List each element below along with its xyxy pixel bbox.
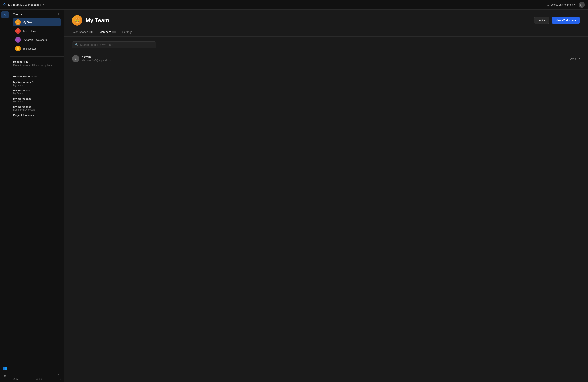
workspace-item-name-3: My Workspace <box>13 106 61 108</box>
icon-bar-team[interactable]: 👥 <box>1 364 9 372</box>
sidebar-divider-2 <box>10 71 64 71</box>
select-env-chevron-icon: ▾ <box>574 3 576 6</box>
sidebar-divider-1 <box>10 56 64 57</box>
teams-section-title: Teams <box>13 13 22 16</box>
team-item-dynamic-developers[interactable]: 🟣 Dynamic Developers <box>13 36 61 44</box>
workspace-item-1[interactable]: My Workspace 2 My Team <box>13 88 61 96</box>
member-avatar-0: S <box>72 55 79 62</box>
recent-apis-section: Recent APIs Recently opened APIs show up… <box>10 58 64 70</box>
team-avatar-my-team: 🍔 <box>15 20 21 25</box>
topbar-left: ✈ My Team/My Workspace 3 ▾ <box>3 2 44 7</box>
team-avatar-tech-doctor: 🟡 <box>15 46 21 51</box>
team-item-tech-titans[interactable]: 🔴 Tech Titans <box>13 27 61 35</box>
layers-icon: ⬡ <box>547 3 549 6</box>
team-item-tech-doctor[interactable]: 🟡 TechDoctor <box>13 44 61 53</box>
sidebar-footer: ⊙ 53 v2.8.0 « <box>10 376 64 382</box>
member-email-0: abcdsus43s6@yopmail.com <box>82 59 570 62</box>
new-workspace-button[interactable]: New Workspace <box>552 17 580 24</box>
topbar: ✈ My Team/My Workspace 3 ▾ ⬡ Select Envi… <box>0 0 588 10</box>
content-header-right: Invite New Workspace <box>534 17 580 24</box>
topbar-right: ⬡ Select Environment ▾ ◯ <box>546 2 585 8</box>
recent-workspaces-section: Recent Workspaces My Workspace 3 My Team… <box>10 73 64 376</box>
icon-bar: ⌂ ⊞ 👥 ⚙ <box>0 10 10 382</box>
content-body: 🔍 S s (You) abcdsus43s6@yopmail.com Owne… <box>64 37 588 382</box>
tab-workspaces-label: Workspaces <box>73 30 88 34</box>
workspace-item-team-1: My Team <box>13 92 61 95</box>
search-bar[interactable]: 🔍 <box>72 42 156 48</box>
member-role-0[interactable]: Owner ▾ <box>570 57 580 60</box>
sidebar: Teams + 🍔 My Team 🔴 Tech Titans 🟣 Dynami… <box>10 10 64 382</box>
member-row-0: S s (You) abcdsus43s6@yopmail.com Owner … <box>72 52 580 65</box>
recent-apis-subtitle: Recently opened APIs show up here. <box>13 64 61 67</box>
team-avatar-dynamic-developers: 🟣 <box>15 37 21 42</box>
member-role-chevron-icon: ▾ <box>579 57 580 60</box>
main-layout: ⌂ ⊞ 👥 ⚙ Teams + 🍔 My Team � <box>0 10 588 382</box>
team-avatar-tech-titans: 🔴 <box>15 28 21 34</box>
invite-button[interactable]: Invite <box>534 17 549 24</box>
teams-section-header: Teams + <box>13 12 61 16</box>
sidebar-footer-left: ⊙ 53 <box>13 378 19 381</box>
content-team-name: My Team <box>85 17 109 24</box>
scroll-down-indicator: ▼ <box>13 373 61 376</box>
content-header-left: 🍔 My Team <box>72 15 109 26</box>
teams-section: Teams + 🍔 My Team 🔴 Tech Titans 🟣 Dynami… <box>10 10 64 55</box>
workspace-item-3[interactable]: My Workspace Dynamic Developers <box>13 104 61 112</box>
active-indicator <box>0 13 0 17</box>
workspace-item-name-4: Project Pioneers <box>13 114 61 117</box>
team-icon: 👥 <box>3 366 7 370</box>
recent-workspaces-title: Recent Workspaces <box>13 75 61 78</box>
workspace-item-4[interactable]: Project Pioneers <box>13 112 61 118</box>
tab-workspaces-badge: 3 <box>89 31 93 33</box>
user-icon: ◯ <box>580 3 583 6</box>
app-logo: ✈ <box>3 2 7 7</box>
content-team-avatar: 🍔 <box>72 15 83 26</box>
topbar-title: My Team/My Workspace 3 <box>8 3 41 6</box>
team-name-tech-titans: Tech Titans <box>23 30 36 33</box>
workspace-item-team-3: Dynamic Developers <box>13 108 61 111</box>
select-env-label: Select Environment <box>550 3 573 6</box>
settings-icon: ⚙ <box>4 374 6 378</box>
icon-bar-home[interactable]: ⌂ <box>1 11 9 18</box>
member-info-0: s (You) abcdsus43s6@yopmail.com <box>82 55 570 62</box>
workspace-item-0[interactable]: My Workspace 3 My Team <box>13 80 61 88</box>
tab-settings-label: Settings <box>122 30 132 34</box>
content-header: 🍔 My Team Invite New Workspace <box>64 10 588 26</box>
main-content: 🍔 My Team Invite New Workspace Workspace… <box>64 10 588 382</box>
add-team-button[interactable]: + <box>56 12 61 16</box>
workspace-item-name-2: My Workspace <box>13 97 61 100</box>
member-name-0: s (You) <box>82 55 570 59</box>
icon-bar-settings[interactable]: ⚙ <box>1 372 9 380</box>
team-item-my-team[interactable]: 🍔 My Team <box>13 18 61 26</box>
tab-workspaces[interactable]: Workspaces 3 <box>72 29 94 36</box>
search-input[interactable] <box>80 43 153 46</box>
search-icon: 🔍 <box>75 43 78 46</box>
workspace-item-name-0: My Workspace 3 <box>13 81 61 84</box>
tab-members-badge: 1 <box>112 31 116 33</box>
workspace-list: My Workspace 3 My Team My Workspace 2 My… <box>13 80 61 373</box>
tab-members-label: Members <box>99 30 111 34</box>
workspace-item-team-0: My Team <box>13 84 61 86</box>
version-label: v2.8.0 <box>36 378 42 381</box>
github-icon: ⊙ <box>13 378 15 381</box>
workspace-item-team-2: My Team <box>13 100 61 103</box>
workspace-item-2[interactable]: My Workspace My Team <box>13 96 61 104</box>
github-count: 53 <box>16 378 19 381</box>
icon-bar-grid[interactable]: ⊞ <box>1 19 9 26</box>
team-name-dynamic-developers: Dynamic Developers <box>23 38 47 42</box>
member-role-label-0: Owner <box>570 57 577 60</box>
collapse-sidebar-button[interactable]: « <box>59 378 61 381</box>
user-avatar-button[interactable]: ◯ <box>579 2 585 8</box>
home-icon: ⌂ <box>4 13 6 17</box>
content-tabs: Workspaces 3 Members 1 Settings <box>64 26 588 37</box>
recent-apis-title: Recent APIs <box>13 60 61 63</box>
team-name-tech-doctor: TechDoctor <box>23 47 36 50</box>
select-environment-button[interactable]: ⬡ Select Environment ▾ <box>546 2 577 7</box>
grid-icon: ⊞ <box>4 21 6 25</box>
icon-bar-bottom: 👥 ⚙ <box>1 364 9 382</box>
tab-settings[interactable]: Settings <box>121 29 133 36</box>
topbar-chevron-icon[interactable]: ▾ <box>42 3 44 6</box>
team-name-my-team: My Team <box>23 21 33 24</box>
workspace-item-name-1: My Workspace 2 <box>13 89 61 92</box>
tab-members[interactable]: Members 1 <box>99 29 117 36</box>
